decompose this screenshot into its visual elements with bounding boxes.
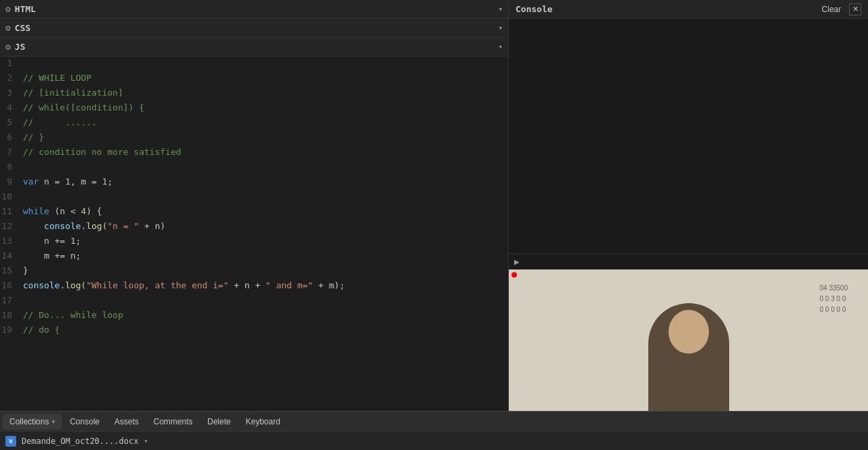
table-row: 3 // [initialization] bbox=[0, 86, 508, 101]
code-line: // ...... bbox=[20, 116, 508, 131]
css-chevron-icon: ▾ bbox=[498, 24, 503, 32]
line-number: 2 bbox=[0, 71, 20, 86]
whiteboard-text: 04 33500 0 0 3 0 0 0 0 0 0 0 bbox=[819, 283, 848, 315]
line-number: 19 bbox=[0, 323, 20, 338]
js-chevron-icon: ▾ bbox=[498, 42, 503, 51]
clear-button[interactable]: Clear bbox=[817, 3, 845, 15]
video-record-indicator bbox=[512, 272, 517, 278]
code-line bbox=[20, 190, 508, 205]
editor-panel: ⚙ HTML ▾ ⚙ CSS ▾ ⚙ JS ▾ 1 2 bbox=[0, 0, 509, 411]
code-line: while (n < 4) { bbox=[20, 205, 508, 220]
line-number: 14 bbox=[0, 249, 20, 264]
code-line: // condition no more satisfied bbox=[20, 146, 508, 160]
js-section-title: JS bbox=[15, 42, 26, 52]
assets-button[interactable]: Assets bbox=[108, 414, 146, 430]
line-number: 7 bbox=[0, 146, 20, 160]
code-line: var n = 1, m = 1; bbox=[20, 175, 508, 190]
table-row: 9 var n = 1, m = 1; bbox=[0, 175, 508, 190]
file-dropdown-icon[interactable]: ▾ bbox=[144, 437, 148, 445]
table-row: 6 // } bbox=[0, 131, 508, 146]
line-number: 10 bbox=[0, 190, 20, 205]
line-number: 8 bbox=[0, 160, 20, 175]
line-number: 4 bbox=[0, 101, 20, 116]
table-row: 10 bbox=[0, 190, 508, 205]
html-chevron-icon: ▾ bbox=[498, 5, 503, 13]
code-line: // } bbox=[20, 131, 508, 146]
video-content: 04 33500 0 0 3 0 0 0 0 0 0 0 bbox=[509, 269, 868, 411]
code-line bbox=[20, 294, 508, 309]
line-number: 11 bbox=[0, 205, 20, 220]
video-area: 04 33500 0 0 3 0 0 0 0 0 0 0 bbox=[509, 269, 868, 411]
console-prompt: ▶ bbox=[509, 253, 868, 269]
line-number: 18 bbox=[0, 309, 20, 323]
table-row: 14 m += n; bbox=[0, 249, 508, 264]
line-number: 9 bbox=[0, 175, 20, 190]
line-number: 6 bbox=[0, 131, 20, 146]
table-row: 8 bbox=[0, 160, 508, 175]
css-section-header[interactable]: ⚙ CSS ▾ bbox=[0, 19, 508, 38]
js-section-header[interactable]: ⚙ JS ▾ bbox=[0, 38, 508, 57]
code-line: } bbox=[20, 264, 508, 279]
table-row: 11 while (n < 4) { bbox=[0, 205, 508, 220]
status-bar: W Demande_OM_oct20....docx ▾ bbox=[0, 431, 868, 450]
line-number: 12 bbox=[0, 220, 20, 234]
line-number: 17 bbox=[0, 294, 20, 309]
code-line: m += n; bbox=[20, 249, 508, 264]
table-row: 16 console.log("While loop, at the end i… bbox=[0, 279, 508, 294]
file-name-label: Demande_OM_oct20....docx bbox=[22, 437, 138, 446]
table-row: 12 console.log("n = " + n) bbox=[0, 220, 508, 234]
code-line: // WHILE LOOP bbox=[20, 71, 508, 86]
code-editor[interactable]: 1 2 // WHILE LOOP 3 // [initialization] … bbox=[0, 57, 508, 411]
console-title: Console bbox=[516, 4, 553, 14]
js-gear-icon: ⚙ bbox=[5, 42, 11, 52]
line-number: 15 bbox=[0, 264, 20, 279]
html-section-title: HTML bbox=[15, 4, 36, 14]
css-section-title: CSS bbox=[15, 23, 30, 33]
console-actions: Clear ✕ bbox=[817, 3, 861, 15]
code-line: // while([condition]) { bbox=[20, 101, 508, 116]
console-button[interactable]: Console bbox=[63, 414, 106, 430]
code-table: 1 2 // WHILE LOOP 3 // [initialization] … bbox=[0, 57, 508, 338]
code-line: console.log("n = " + n) bbox=[20, 220, 508, 234]
delete-button[interactable]: Delete bbox=[201, 414, 238, 430]
bottom-toolbar: Collections ▾ Console Assets Comments De… bbox=[0, 411, 868, 431]
line-number: 13 bbox=[0, 234, 20, 249]
file-type-icon: W bbox=[5, 436, 16, 447]
line-number: 1 bbox=[0, 57, 20, 71]
person-head bbox=[669, 310, 709, 354]
console-body: ▶ bbox=[509, 19, 868, 269]
collections-button[interactable]: Collections ▾ bbox=[3, 414, 62, 430]
line-number: 3 bbox=[0, 86, 20, 101]
table-row: 17 bbox=[0, 294, 508, 309]
table-row: 18 // Do... while loop bbox=[0, 309, 508, 323]
table-row: 13 n += 1; bbox=[0, 234, 508, 249]
console-panel: Console Clear ✕ ▶ 04 33500 0 0 3 0 0 0 0… bbox=[509, 0, 868, 411]
table-row: 4 // while([condition]) { bbox=[0, 101, 508, 116]
html-section-header[interactable]: ⚙ HTML ▾ bbox=[0, 0, 508, 19]
table-row: 7 // condition no more satisfied bbox=[0, 146, 508, 160]
css-gear-icon: ⚙ bbox=[5, 23, 11, 33]
line-number: 16 bbox=[0, 279, 20, 294]
code-line: // Do... while loop bbox=[20, 309, 508, 323]
code-line: n += 1; bbox=[20, 234, 508, 249]
console-header: Console Clear ✕ bbox=[509, 0, 868, 19]
code-line bbox=[20, 160, 508, 175]
line-number: 5 bbox=[0, 116, 20, 131]
table-row: 2 // WHILE LOOP bbox=[0, 71, 508, 86]
table-row: 19 // do { bbox=[0, 323, 508, 338]
collections-dropdown-icon: ▾ bbox=[52, 418, 55, 425]
comments-button[interactable]: Comments bbox=[147, 414, 199, 430]
code-line bbox=[20, 57, 508, 71]
table-row: 15 } bbox=[0, 264, 508, 279]
table-row: 1 bbox=[0, 57, 508, 71]
prompt-arrow-icon: ▶ bbox=[514, 257, 520, 267]
html-gear-icon: ⚙ bbox=[5, 4, 11, 14]
keyboard-button[interactable]: Keyboard bbox=[239, 414, 286, 430]
table-row: 5 // ...... bbox=[0, 116, 508, 131]
code-line: // do { bbox=[20, 323, 508, 338]
close-button[interactable]: ✕ bbox=[849, 3, 861, 15]
code-line: // [initialization] bbox=[20, 86, 508, 101]
person-silhouette bbox=[648, 303, 729, 411]
code-line: console.log("While loop, at the end i=" … bbox=[20, 279, 508, 294]
